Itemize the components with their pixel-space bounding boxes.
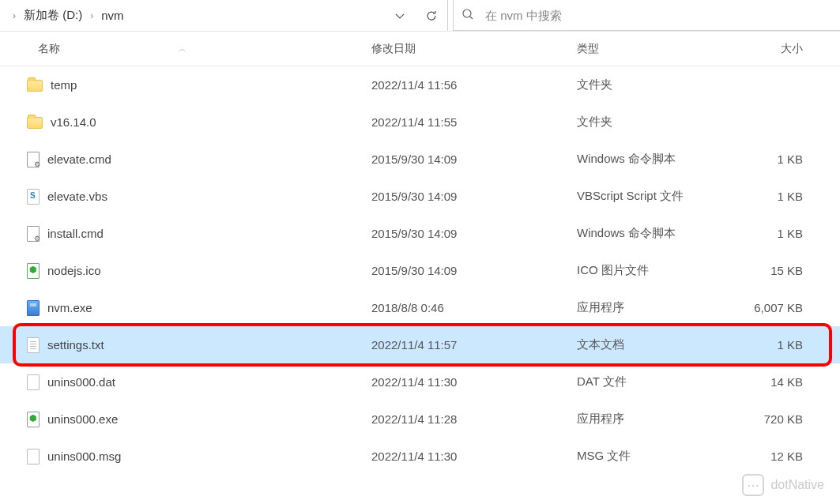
file-size: 1 KB	[727, 227, 822, 240]
column-header-type[interactable]: 类型	[577, 42, 727, 56]
file-name: nodejs.ico	[47, 264, 101, 277]
file-date: 2018/8/8 0:46	[371, 301, 577, 314]
file-date: 2015/9/30 14:09	[371, 190, 577, 203]
file-type: 文件夹	[577, 115, 727, 130]
file-name-cell: elevate.cmd	[0, 152, 371, 167]
wechat-icon: ⋯	[742, 474, 764, 496]
file-name: v16.14.0	[51, 115, 96, 129]
cmd-icon	[27, 226, 40, 242]
exe-icon	[27, 300, 40, 316]
file-name-cell: unins000.dat	[0, 374, 371, 390]
file-type: MSG 文件	[577, 449, 727, 464]
chevron-right-icon[interactable]: ›	[84, 10, 100, 21]
file-name-cell: settings.txt	[0, 337, 371, 353]
chevron-right-icon[interactable]: ›	[6, 10, 22, 21]
file-size: 15 KB	[727, 264, 822, 277]
file-name-cell: nodejs.ico	[0, 263, 371, 279]
file-name-cell: nvm.exe	[0, 300, 371, 316]
search-icon	[461, 8, 474, 23]
file-type: 应用程序	[577, 300, 727, 315]
file-name-cell: install.cmd	[0, 226, 371, 242]
file-row[interactable]: unins000.msg2022/11/4 11:30MSG 文件12 KB	[0, 438, 840, 475]
file-type: VBScript Script 文件	[577, 189, 727, 204]
address-controls	[384, 6, 447, 25]
search-box[interactable]	[453, 0, 840, 31]
folder-icon	[27, 117, 43, 129]
file-date: 2022/11/4 11:56	[371, 78, 577, 92]
sort-ascending-icon: ︿	[179, 43, 186, 55]
file-name: unins000.msg	[47, 449, 121, 463]
file-icon	[27, 374, 40, 390]
file-name: unins000.dat	[47, 375, 115, 389]
file-list: temp2022/11/4 11:56文件夹v16.14.02022/11/4 …	[0, 66, 840, 475]
file-type: DAT 文件	[577, 374, 727, 389]
file-row[interactable]: nodejs.ico2015/9/30 14:09ICO 图片文件15 KB	[0, 252, 840, 289]
folder-icon	[27, 80, 43, 92]
vbs-icon	[27, 189, 40, 205]
file-date: 2022/11/4 11:57	[371, 338, 577, 352]
node-icon	[27, 412, 40, 427]
search-input[interactable]	[485, 9, 832, 22]
svg-point-0	[463, 9, 471, 17]
chevron-down-icon	[394, 10, 405, 21]
file-size: 1 KB	[727, 190, 822, 203]
file-row[interactable]: elevate.cmd2015/9/30 14:09Windows 命令脚本1 …	[0, 141, 840, 178]
refresh-button[interactable]	[422, 6, 441, 25]
ico-icon	[27, 263, 40, 279]
watermark: ⋯ dotNative	[742, 474, 824, 496]
file-date: 2015/9/30 14:09	[371, 152, 577, 166]
file-type: 文件夹	[577, 77, 727, 92]
file-size: 6,007 KB	[727, 301, 822, 314]
file-row[interactable]: install.cmd2015/9/30 14:09Windows 命令脚本1 …	[0, 215, 840, 252]
file-name: install.cmd	[47, 227, 104, 240]
file-size: 14 KB	[727, 375, 822, 389]
file-size: 12 KB	[727, 449, 822, 463]
address-bar: › 新加卷 (D:) › nvm	[0, 0, 840, 32]
column-header-name[interactable]: 名称 ︿	[0, 42, 371, 56]
column-header-size[interactable]: 大小	[727, 42, 822, 56]
file-row[interactable]: nvm.exe2018/8/8 0:46应用程序6,007 KB	[0, 289, 840, 326]
file-name: elevate.vbs	[47, 190, 107, 203]
file-row[interactable]: elevate.vbs2015/9/30 14:09VBScript Scrip…	[0, 178, 840, 215]
file-name-cell: unins000.msg	[0, 449, 371, 465]
column-headers: 名称 ︿ 修改日期 类型 大小	[0, 32, 840, 66]
file-icon	[27, 449, 40, 465]
cmd-icon	[27, 152, 40, 167]
file-date: 2015/9/30 14:09	[371, 227, 577, 240]
file-name: unins000.exe	[47, 412, 118, 426]
file-name-cell: temp	[0, 78, 371, 92]
breadcrumb: › 新加卷 (D:) › nvm	[6, 5, 384, 26]
file-size: 1 KB	[727, 338, 822, 352]
file-type: 应用程序	[577, 412, 727, 427]
file-type: 文本文档	[577, 337, 727, 352]
file-date: 2022/11/4 11:30	[371, 449, 577, 463]
breadcrumb-item[interactable]: 新加卷 (D:)	[22, 5, 84, 26]
file-row[interactable]: v16.14.02022/11/4 11:55文件夹	[0, 103, 840, 141]
breadcrumb-area[interactable]: › 新加卷 (D:) › nvm	[0, 0, 448, 31]
file-name: elevate.cmd	[47, 152, 111, 166]
dropdown-button[interactable]	[390, 6, 409, 25]
breadcrumb-item[interactable]: nvm	[100, 6, 125, 25]
file-row[interactable]: unins000.exe2022/11/4 11:28应用程序720 KB	[0, 401, 840, 438]
file-row[interactable]: temp2022/11/4 11:56文件夹	[0, 66, 840, 103]
file-date: 2022/11/4 11:30	[371, 375, 577, 389]
file-name-cell: elevate.vbs	[0, 189, 371, 205]
file-name-cell: v16.14.0	[0, 115, 371, 129]
file-date: 2022/11/4 11:55	[371, 115, 577, 129]
file-row[interactable]: unins000.dat2022/11/4 11:30DAT 文件14 KB	[0, 363, 840, 401]
file-name-cell: unins000.exe	[0, 412, 371, 427]
file-date: 2015/9/30 14:09	[371, 264, 577, 277]
file-type: Windows 命令脚本	[577, 152, 727, 167]
column-header-date[interactable]: 修改日期	[371, 42, 577, 56]
watermark-text: dotNative	[770, 478, 824, 492]
txt-icon	[27, 337, 40, 353]
file-name: nvm.exe	[47, 301, 92, 314]
file-size: 720 KB	[727, 412, 822, 426]
file-name: temp	[51, 78, 77, 92]
column-label: 名称	[38, 42, 60, 56]
file-row[interactable]: settings.txt2022/11/4 11:57文本文档1 KB	[0, 326, 840, 363]
file-type: Windows 命令脚本	[577, 226, 727, 241]
file-date: 2022/11/4 11:28	[371, 412, 577, 426]
file-name: settings.txt	[47, 338, 104, 352]
file-type: ICO 图片文件	[577, 263, 727, 278]
